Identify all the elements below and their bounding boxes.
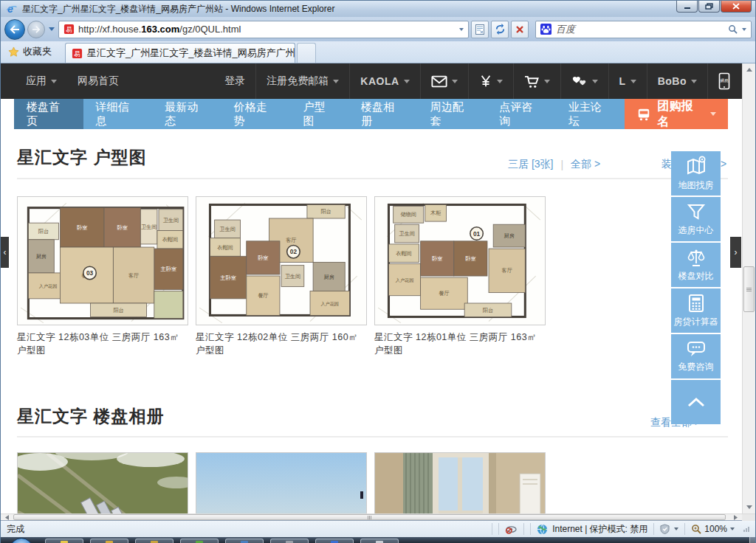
status-bar: 完成 Internet | 保护模式: 禁用 100% bbox=[1, 520, 755, 537]
album-photos bbox=[17, 452, 546, 513]
chevron-down-icon bbox=[544, 80, 550, 83]
search-box[interactable]: 百度 bbox=[535, 21, 752, 38]
svg-text:厨房: 厨房 bbox=[324, 274, 334, 280]
taskbar-button[interactable] bbox=[180, 539, 219, 543]
favorites-button[interactable]: 收藏夹 bbox=[7, 41, 59, 63]
scroll-left-arrow[interactable] bbox=[1, 514, 13, 521]
stop-button[interactable] bbox=[511, 21, 529, 38]
nav-floorplan[interactable]: 户型图 bbox=[290, 99, 348, 129]
scroll-up-arrow[interactable] bbox=[743, 63, 755, 76]
new-tab-stub[interactable] bbox=[297, 43, 316, 63]
netease-home-link[interactable]: 网易首页 bbox=[67, 63, 129, 99]
horizontal-scroll-thumb[interactable] bbox=[13, 514, 726, 520]
finance-menu[interactable] bbox=[469, 63, 513, 99]
title-bar: e 星汇文字_广州星汇文字_楼盘详情_网易房产广州站 - Windows Int… bbox=[1, 1, 755, 17]
taskbar-button[interactable] bbox=[135, 539, 173, 543]
compatibility-view-button[interactable] bbox=[471, 21, 489, 38]
floorplan-caption: 星汇文字 12栋02单位 三房两厅 160㎡ 户型图 bbox=[196, 331, 367, 357]
filter-all-link[interactable]: 全部 > bbox=[571, 158, 600, 171]
filter-three-bedroom-link[interactable]: 三居 [3张] bbox=[508, 158, 553, 171]
map-search-tool[interactable]: 地图找房 bbox=[671, 151, 721, 196]
svg-text:卧室: 卧室 bbox=[432, 255, 442, 262]
address-dropdown[interactable] bbox=[459, 28, 464, 31]
forward-button[interactable] bbox=[27, 21, 45, 38]
lofter-menu[interactable]: L bbox=[609, 63, 647, 99]
svg-text:主卧室: 主卧室 bbox=[220, 274, 236, 281]
kaola-menu[interactable]: KAOLA bbox=[350, 63, 419, 99]
group-buy-button[interactable]: 团购报名 bbox=[625, 99, 728, 129]
login-link-label: 登录 bbox=[224, 75, 245, 88]
nav-latest-news[interactable]: 最新动态 bbox=[152, 99, 221, 129]
carousel-prev-tab[interactable]: ‹ bbox=[1, 237, 9, 268]
maximize-button[interactable] bbox=[698, 1, 720, 13]
nav-surroundings[interactable]: 周边配套 bbox=[418, 99, 487, 129]
refresh-button[interactable] bbox=[491, 21, 509, 38]
album-section-title: 星汇文字 楼盘相册 bbox=[17, 405, 164, 428]
care-menu[interactable] bbox=[561, 63, 608, 99]
login-link[interactable]: 登录 bbox=[214, 63, 255, 99]
taskbar-button[interactable] bbox=[45, 539, 83, 543]
search-icon[interactable] bbox=[728, 24, 738, 34]
svg-text:阳台: 阳台 bbox=[113, 308, 123, 314]
taskbar-button[interactable] bbox=[270, 539, 309, 543]
aerial-view-photo[interactable] bbox=[17, 452, 188, 513]
minimize-button[interactable] bbox=[676, 1, 698, 13]
mobile-netease-menu[interactable]: 網易 bbox=[708, 63, 740, 99]
nav-album[interactable]: 楼盘相册 bbox=[348, 99, 418, 129]
floorplan-image[interactable]: 储物间木柜卫生间衣帽间入户花园卧室卧室厨房客厅餐厅阳台01 bbox=[374, 196, 546, 325]
address-field[interactable]: 易 http://xf.house.163.com/gz/0QUL.html bbox=[58, 21, 469, 38]
decoration-link-arrow[interactable]: > bbox=[721, 158, 726, 170]
free-consult-tool[interactable]: 免费咨询 bbox=[671, 334, 721, 378]
show-desktop-button[interactable] bbox=[749, 537, 755, 543]
carousel-next-tab[interactable]: › bbox=[730, 237, 741, 268]
register-mail-menu[interactable]: 注册免费邮箱 bbox=[256, 63, 349, 99]
svg-text:阳台: 阳台 bbox=[483, 308, 493, 314]
start-button[interactable] bbox=[10, 538, 33, 543]
taskbar-button[interactable] bbox=[315, 539, 354, 543]
protected-mode-dropdown[interactable] bbox=[660, 524, 678, 534]
nav-detail-info[interactable]: 详细信息 bbox=[83, 99, 153, 129]
nav-building-home[interactable]: 楼盘首页 bbox=[14, 99, 83, 129]
nav-owner-forum[interactable]: 业主论坛 bbox=[556, 99, 625, 129]
apps-menu[interactable]: 应用 bbox=[16, 63, 67, 99]
taskbar-button[interactable] bbox=[90, 539, 128, 543]
browser-tab[interactable]: 易 星汇文字_广州星汇文字_楼盘详情_网易房产广州站 bbox=[65, 43, 295, 63]
tracking-protection-button[interactable] bbox=[505, 525, 518, 534]
zoom-control[interactable]: 100% bbox=[691, 524, 735, 534]
zone-text: Internet | 保护模式: 禁用 bbox=[552, 523, 647, 536]
bobo-menu[interactable]: BoBo bbox=[647, 63, 707, 99]
scroll-down-arrow[interactable] bbox=[743, 501, 755, 513]
side-tool-panel: 地图找房选房中心楼盘对比房贷计算器免费咨询 bbox=[671, 151, 721, 424]
floorplan-image[interactable]: 阳台客厅卫生间衣帽间主卧室卧室卫生间厨房入户花园餐厅02 bbox=[196, 196, 367, 325]
nav-comments[interactable]: 点评咨询 bbox=[487, 99, 556, 129]
back-to-top-tool[interactable] bbox=[671, 380, 721, 424]
nav-price-trend[interactable]: 价格走势 bbox=[221, 99, 291, 129]
recent-pages-dropdown[interactable] bbox=[49, 27, 55, 31]
mail-menu[interactable] bbox=[421, 63, 468, 99]
svg-text:卫生间: 卫生间 bbox=[141, 224, 157, 230]
scroll-right-arrow[interactable] bbox=[729, 514, 742, 521]
interior-window-photo[interactable] bbox=[374, 452, 546, 513]
chevron-down-icon bbox=[630, 80, 636, 83]
mortgage-calculator-tool[interactable]: 房贷计算器 bbox=[671, 288, 721, 333]
back-button[interactable] bbox=[4, 19, 25, 40]
cart-menu[interactable] bbox=[514, 63, 560, 99]
home-picker-tool[interactable]: 选房中心 bbox=[671, 197, 721, 241]
sky-photo[interactable] bbox=[196, 452, 367, 513]
floorplan-image[interactable]: 卧室卧室卫生间卫生间衣帽间主卧室阳台厨房入户花园餐厅客厅阳台03 bbox=[17, 196, 188, 325]
search-options-dropdown[interactable] bbox=[742, 28, 746, 31]
section-divider bbox=[17, 178, 728, 179]
vertical-scrollbar[interactable] bbox=[742, 63, 755, 513]
globe-icon bbox=[537, 524, 548, 535]
cart-icon bbox=[524, 75, 540, 89]
svg-text:卧室: 卧室 bbox=[117, 224, 128, 231]
site-nav-bar: 楼盘首页详细信息最新动态价格走势户型图楼盘相册周边配套点评咨询业主论坛 团购报名 bbox=[14, 99, 728, 129]
vertical-scroll-thumb[interactable] bbox=[743, 266, 755, 312]
taskbar-button[interactable] bbox=[360, 539, 399, 543]
floorplan-card: 卧室卧室卫生间卫生间衣帽间主卧室阳台厨房入户花园餐厅客厅阳台03星汇文字 12栋… bbox=[17, 196, 188, 357]
decoration-link-partial[interactable]: 装 bbox=[662, 158, 672, 171]
compare-tool[interactable]: 楼盘对比 bbox=[671, 243, 721, 287]
horizontal-scrollbar[interactable] bbox=[1, 513, 755, 520]
taskbar-button[interactable] bbox=[225, 539, 264, 543]
close-button[interactable] bbox=[721, 1, 752, 13]
